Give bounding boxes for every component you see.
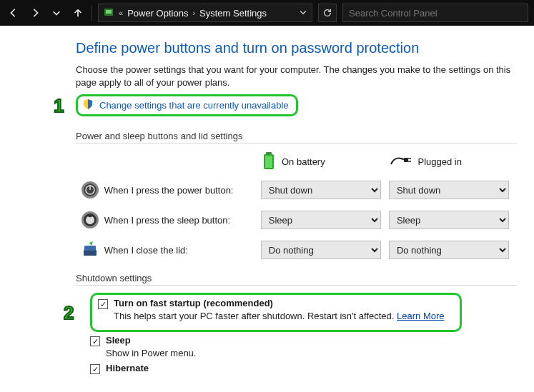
control-panel-icon xyxy=(103,7,114,19)
row-power-button: When I press the power button: Shut down… xyxy=(76,180,517,200)
separator xyxy=(92,5,92,21)
power-button-battery-select[interactable]: Shut down xyxy=(261,181,381,199)
fast-startup-desc: This helps start your PC faster after sh… xyxy=(114,311,394,321)
battery-icon xyxy=(262,151,276,173)
annotation-highlight-1: 1 Change settings that are currently una… xyxy=(76,94,298,116)
annotation-badge-1: 1 xyxy=(54,94,64,116)
page-description: Choose the power settings that you want … xyxy=(76,64,517,89)
breadcrumb-item-system-settings[interactable]: System Settings xyxy=(199,8,267,19)
svg-rect-14 xyxy=(84,250,97,256)
nav-recent-dropdown[interactable] xyxy=(49,5,64,21)
svg-rect-1 xyxy=(106,10,112,14)
row-sleep-button: When I press the sleep button: Sleep Sle… xyxy=(76,210,517,230)
svg-rect-15 xyxy=(84,246,96,251)
sleep-checkbox[interactable] xyxy=(90,336,100,346)
power-button-plugged-select[interactable]: Shut down xyxy=(389,181,509,199)
sleep-icon xyxy=(80,210,100,230)
window-titlebar: « Power Options › System Settings xyxy=(0,0,534,26)
column-plugged-label: Plugged in xyxy=(418,156,462,167)
annotation-highlight-2: 2 Turn on fast startup (recommended) Thi… xyxy=(90,293,462,332)
hibernate-option-label: Hibernate xyxy=(106,363,149,373)
power-button-label: When I press the power button: xyxy=(104,185,261,196)
shutdown-settings-list: 2 Turn on fast startup (recommended) Thi… xyxy=(76,293,517,374)
nav-back-button[interactable] xyxy=(6,5,21,21)
change-settings-link[interactable]: Change settings that are currently unava… xyxy=(99,100,289,111)
sleep-option-label: Sleep xyxy=(106,335,131,346)
chevron-right-icon: › xyxy=(192,9,195,17)
svg-rect-4 xyxy=(265,156,272,168)
address-bar[interactable]: « Power Options › System Settings xyxy=(98,4,312,22)
sleep-button-label: When I press the sleep button: xyxy=(104,215,261,226)
svg-rect-5 xyxy=(404,158,408,162)
nav-forward-button[interactable] xyxy=(27,5,43,21)
column-headers: On battery Plugged in xyxy=(76,151,517,173)
sleep-option-desc: Show in Power menu. xyxy=(106,348,517,358)
column-battery-label: On battery xyxy=(282,156,325,167)
page-title: Define power buttons and turn on passwor… xyxy=(76,40,517,56)
close-lid-plugged-select[interactable]: Do nothing xyxy=(389,241,509,259)
hibernate-checkbox[interactable] xyxy=(90,364,100,374)
content-area: Define power buttons and turn on passwor… xyxy=(0,26,534,374)
search-input[interactable] xyxy=(342,4,528,22)
row-close-lid: When I close the lid: Do nothing Do noth… xyxy=(76,240,517,260)
section-shutdown-heading: Shutdown settings xyxy=(76,273,517,286)
address-dropdown-icon[interactable] xyxy=(299,8,307,19)
refresh-button[interactable] xyxy=(318,4,337,22)
power-icon xyxy=(80,180,100,200)
annotation-badge-2: 2 xyxy=(64,301,74,323)
svg-rect-2 xyxy=(266,152,272,154)
shield-icon xyxy=(82,99,94,112)
laptop-lid-icon xyxy=(80,240,100,260)
breadcrumb-prefix: « xyxy=(119,9,123,17)
section-power-sleep-heading: Power and sleep buttons and lid settings xyxy=(76,131,517,144)
sleep-button-battery-select[interactable]: Sleep xyxy=(261,211,381,229)
breadcrumb-item-power-options[interactable]: Power Options xyxy=(127,8,188,19)
close-lid-battery-select[interactable]: Do nothing xyxy=(261,241,381,259)
fast-startup-label: Turn on fast startup (recommended) xyxy=(114,298,273,308)
sleep-button-plugged-select[interactable]: Sleep xyxy=(389,211,509,229)
nav-up-button[interactable] xyxy=(70,5,86,21)
fast-startup-checkbox[interactable] xyxy=(98,299,108,309)
plug-icon xyxy=(390,154,412,169)
close-lid-label: When I close the lid: xyxy=(104,245,261,256)
learn-more-link[interactable]: Learn More xyxy=(397,311,444,321)
